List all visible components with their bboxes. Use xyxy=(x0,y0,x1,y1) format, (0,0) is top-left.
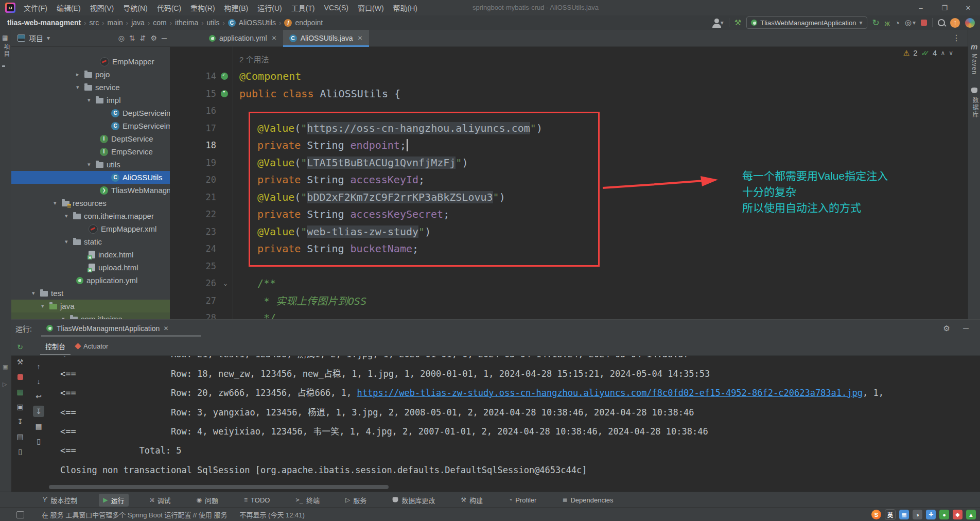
chevron-down-icon[interactable]: ▾ xyxy=(76,84,84,91)
search-icon[interactable] xyxy=(938,19,945,26)
menu-tools[interactable]: 工具(T) xyxy=(290,2,316,14)
breadcrumb-com[interactable]: com xyxy=(153,19,166,27)
breadcrumb-field[interactable]: endpoint xyxy=(295,19,323,27)
breadcrumb-main[interactable]: main xyxy=(108,19,123,27)
sogou-ime-icon[interactable]: S xyxy=(871,510,881,519)
close-tab-icon[interactable]: ✕ xyxy=(272,34,277,42)
tree-item-resources[interactable]: ▾resources xyxy=(11,197,170,210)
chevron-down-icon[interactable]: ▾ xyxy=(41,303,49,309)
toolbar-item-todo[interactable]: ≡TODO xyxy=(240,495,274,506)
menu-build[interactable]: 构建(B) xyxy=(223,2,250,14)
scroll-down-icon[interactable]: ↧ xyxy=(14,416,26,427)
menu-file[interactable]: 文件(F) xyxy=(23,2,48,14)
menu-refactor[interactable]: 重构(R) xyxy=(189,2,216,14)
restore-layout-icon[interactable]: ▦ xyxy=(14,386,26,397)
breadcrumb-java[interactable]: java xyxy=(131,19,145,27)
scroll-to-end-icon[interactable]: ↧ xyxy=(33,406,44,417)
tree-item-service[interactable]: ▾service xyxy=(11,81,170,94)
up-stack-trace-icon[interactable]: ↑ xyxy=(33,361,44,372)
bookmarks-stripe-icon[interactable]: ▣ xyxy=(3,363,8,370)
stripe-maven-label[interactable]: Maven xyxy=(971,54,978,75)
inspection-widget[interactable]: ⚠ 2 ✓✓ 4 ∧ ∨ xyxy=(903,48,953,57)
trash-icon[interactable]: ▯ xyxy=(33,436,44,447)
structure-stripe-icon[interactable]: ▷ xyxy=(3,381,7,388)
coverage-button[interactable]: ◎▾ xyxy=(905,18,916,27)
chevron-down-icon[interactable]: ▾ xyxy=(32,290,40,297)
tree-item-test-java[interactable]: ▾java xyxy=(11,300,170,312)
locate-file-icon[interactable]: ◎ xyxy=(118,34,125,42)
hide-panel-icon[interactable]: ─ xyxy=(963,324,969,333)
chevron-down-icon[interactable]: ▾ xyxy=(47,34,50,42)
spring-bean-gutter-icon[interactable] xyxy=(221,90,228,97)
profiler-button[interactable]: ◔ xyxy=(895,19,900,27)
chevron-down-icon[interactable]: ▾ xyxy=(65,238,73,245)
stop-icon[interactable] xyxy=(14,371,26,383)
status-dismiss-link[interactable]: 不再显示 (今天 12:41) xyxy=(239,510,304,519)
soft-wrap-icon[interactable]: ↩ xyxy=(33,391,44,402)
tree-item-index-html[interactable]: index.html xyxy=(11,248,170,261)
chevron-down-icon[interactable]: ▾ xyxy=(54,200,62,206)
menu-window[interactable]: 窗口(W) xyxy=(357,2,385,14)
run-tab[interactable]: TliasWebManagmentApplication ✕ xyxy=(43,320,172,337)
tree-item-application-yml[interactable]: application.yml xyxy=(11,274,170,287)
breadcrumb-class[interactable]: AliOSSUtils xyxy=(239,19,276,27)
tree-item-impl[interactable]: ▾impl xyxy=(11,94,170,107)
menu-vcs[interactable]: VCS(S) xyxy=(323,3,349,13)
console-horizontal-scrollbar[interactable] xyxy=(49,485,389,489)
chevron-down-icon[interactable]: ▾ xyxy=(62,316,70,319)
ime-settings-icon[interactable]: ▲ xyxy=(966,510,976,519)
menu-navigate[interactable]: 导航(N) xyxy=(122,2,148,14)
close-tab-icon[interactable]: ✕ xyxy=(163,325,168,332)
toolbar-item-version-control[interactable]: ϒ版本控制 xyxy=(39,494,81,507)
ime-halfwidth-icon[interactable]: ◑ xyxy=(913,510,922,519)
ime-language-icon[interactable]: 英 xyxy=(885,509,896,520)
ime-emoji-icon[interactable]: ● xyxy=(939,510,949,519)
tree-item-empserviceimpl[interactable]: EmpServiceimpl xyxy=(11,119,170,132)
run-button[interactable]: ↻ xyxy=(872,18,880,28)
toolbar-item-problems[interactable]: ◉问题 xyxy=(192,494,223,507)
menu-edit[interactable]: 编辑(E) xyxy=(56,2,82,14)
ime-punctuation-icon[interactable]: ✚ xyxy=(926,510,936,519)
toolbar-item-services[interactable]: ▷服务 xyxy=(341,494,371,507)
tree-item-test[interactable]: ▾test xyxy=(11,287,170,300)
tree-item-aliossutils[interactable]: AliOSSUtils xyxy=(11,171,170,184)
down-stack-trace-icon[interactable]: ↓ xyxy=(33,376,44,387)
close-tab-icon[interactable]: ✕ xyxy=(358,34,363,42)
layout-icon[interactable]: ▤ xyxy=(14,431,26,442)
toolbar-item-terminal[interactable]: >_终端 xyxy=(291,494,323,507)
breadcrumb-utils[interactable]: utils xyxy=(207,19,220,27)
toolbar-item-database-changes[interactable]: 数据库更改 xyxy=(388,494,439,507)
user-account-button[interactable]: ▾ xyxy=(714,19,724,26)
maximize-button[interactable]: ❐ xyxy=(933,0,956,15)
tab-console[interactable]: 控制台 xyxy=(40,337,71,355)
tree-item-deptservice[interactable]: DeptService xyxy=(11,132,170,145)
tree-item-utils[interactable]: ▾utils xyxy=(11,158,170,171)
console-link[interactable]: https://web-tlias-zw-study.oss-cn-hangzh… xyxy=(357,388,863,398)
print-icon[interactable]: ▤ xyxy=(33,421,44,432)
expand-all-icon[interactable]: ⇅ xyxy=(129,34,135,42)
menu-help[interactable]: 帮助(H) xyxy=(392,2,418,14)
project-panel-title[interactable]: 项目 xyxy=(29,33,43,43)
stripe-database-label[interactable]: 数据库 xyxy=(971,97,979,118)
prev-issue-chevron-icon[interactable]: ∧ xyxy=(940,49,945,57)
tree-item-upload-html[interactable]: upload.html xyxy=(11,261,170,274)
minimize-button[interactable]: – xyxy=(909,0,933,15)
tree-item-empservice[interactable]: EmpService xyxy=(11,145,170,158)
edit-configuration-wrench-icon[interactable]: ⚒ xyxy=(14,356,26,368)
chevron-down-icon[interactable]: ▾ xyxy=(87,97,96,103)
update-icon[interactable]: ↑ xyxy=(950,18,960,28)
tree-item-mapper-package[interactable]: ▾com.itheima.mapper xyxy=(11,210,170,222)
breadcrumb-src[interactable]: src xyxy=(89,19,99,27)
tab-actuator[interactable]: Actuator xyxy=(71,337,113,355)
debug-button[interactable]: ж xyxy=(885,19,890,27)
toolbar-item-profiler[interactable]: ◔Profiler xyxy=(504,495,540,506)
menu-view[interactable]: 视图(V) xyxy=(89,2,115,14)
menu-run[interactable]: 运行(U) xyxy=(256,2,283,14)
tree-item-test-package[interactable]: ▾com.itheima xyxy=(11,312,170,319)
chevron-right-icon[interactable]: ▸ xyxy=(76,71,84,78)
tree-item-application-class[interactable]: TliasWebManagmentApplication xyxy=(11,184,170,197)
toolbar-item-debug[interactable]: ж调试 xyxy=(146,494,175,507)
spring-bean-gutter-icon[interactable] xyxy=(221,73,228,80)
thread-dump-icon[interactable]: ▣ xyxy=(14,401,26,412)
breadcrumb-itheima[interactable]: itheima xyxy=(175,19,198,27)
